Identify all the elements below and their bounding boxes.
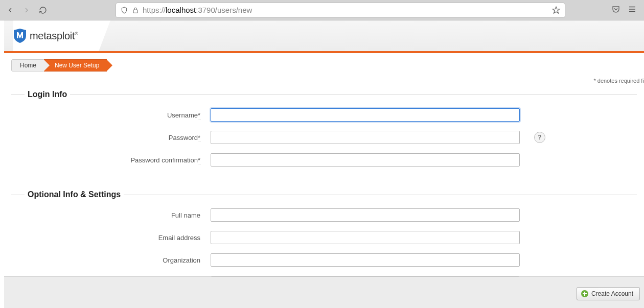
pocket-icon[interactable]	[611, 5, 620, 15]
password-help-icon[interactable]: ?	[534, 132, 545, 143]
metasploit-logo[interactable]: metasploit®	[13, 28, 78, 43]
browser-right-controls	[611, 5, 639, 15]
fullname-input[interactable]	[211, 208, 520, 222]
login-info-section: Login Info Username* Password* ? Passwor…	[11, 90, 637, 176]
create-account-label: Create Account	[591, 290, 633, 297]
breadcrumb: Home New User Setup	[4, 53, 644, 78]
organization-input[interactable]	[211, 253, 520, 267]
email-label: Email address	[11, 234, 211, 242]
required-note: * denotes required fie	[4, 78, 644, 87]
create-account-button[interactable]: Create Account	[577, 287, 640, 300]
url-text: https://localhost:3790/users/new	[143, 6, 548, 14]
optional-info-legend: Optional Info & Settings	[25, 190, 124, 199]
address-bar[interactable]: https://localhost:3790/users/new	[116, 3, 565, 18]
organization-label: Organization	[11, 256, 211, 264]
password-confirmation-input[interactable]	[211, 153, 520, 167]
username-input[interactable]	[211, 108, 520, 122]
plus-icon	[581, 290, 588, 297]
menu-icon[interactable]	[628, 5, 637, 15]
password-label: Password*	[11, 134, 211, 141]
browser-toolbar: https://localhost:3790/users/new	[0, 0, 644, 20]
logo-shield-icon	[13, 28, 27, 43]
lock-icon	[131, 6, 140, 14]
page-viewport: metasploit® Home New User Setup * denote…	[0, 20, 644, 308]
svg-rect-0	[133, 10, 137, 13]
breadcrumb-home[interactable]: Home	[11, 59, 44, 72]
forward-button[interactable]	[21, 5, 32, 15]
email-input[interactable]	[211, 231, 520, 244]
password-input[interactable]	[211, 131, 520, 144]
back-button[interactable]	[5, 5, 15, 15]
breadcrumb-current[interactable]: New User Setup	[43, 59, 107, 72]
username-label: Username*	[11, 111, 211, 119]
bookmark-star-icon[interactable]	[551, 6, 561, 15]
logo-text: metasploit®	[30, 30, 78, 42]
shield-icon	[120, 6, 128, 14]
app-header: metasploit®	[4, 20, 644, 51]
login-info-legend: Login Info	[25, 90, 70, 99]
reload-button[interactable]	[38, 5, 48, 15]
password-confirmation-label: Password confirmation*	[11, 156, 211, 164]
fullname-label: Full name	[11, 211, 211, 219]
footer-action-bar: Create Account	[4, 276, 644, 308]
